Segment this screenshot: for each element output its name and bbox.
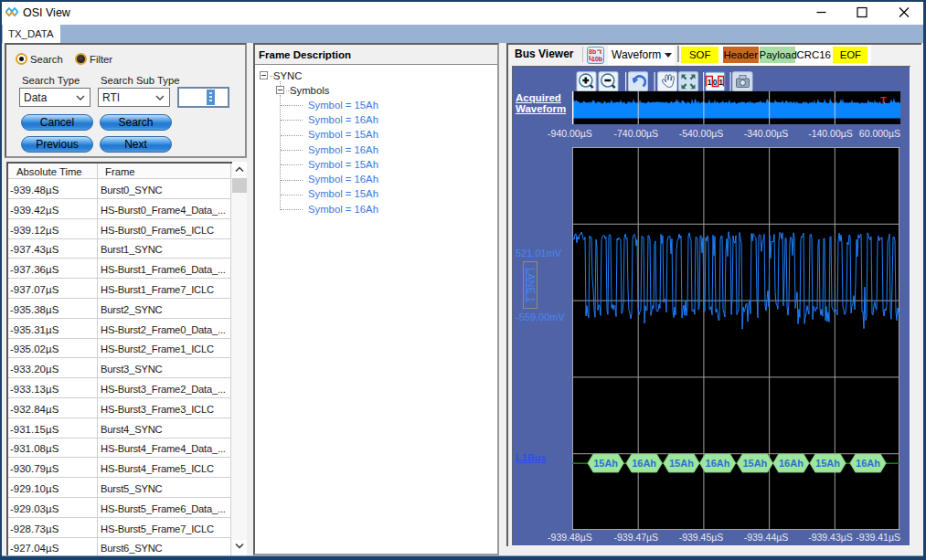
svg-text:T: T [880, 95, 887, 106]
svg-text:16Ah: 16Ah [856, 458, 880, 469]
svg-text:15Ah: 15Ah [742, 458, 767, 469]
svg-text:8b: 8b [589, 48, 596, 55]
svg-text:16Ah: 16Ah [706, 458, 730, 469]
svg-text:15Ah: 15Ah [669, 458, 694, 469]
svg-text:1: 1 [708, 77, 712, 86]
svg-text:0: 0 [713, 77, 718, 86]
svg-text:10b: 10b [591, 56, 602, 62]
svg-text:15Ah: 15Ah [593, 458, 618, 469]
svg-text:15Ah: 15Ah [815, 458, 840, 469]
svg-text:1: 1 [718, 77, 723, 86]
svg-text:16Ah: 16Ah [779, 458, 804, 469]
svg-text:16Ah: 16Ah [632, 458, 656, 469]
